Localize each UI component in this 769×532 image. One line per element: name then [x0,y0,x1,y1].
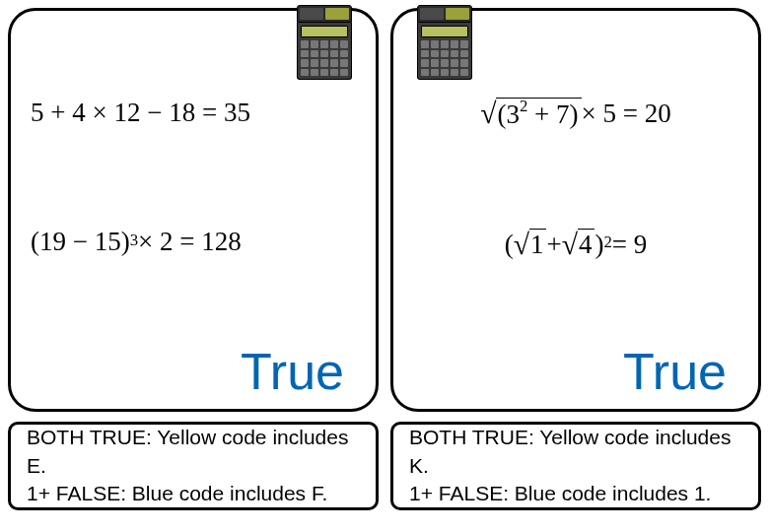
equation-base: (19 − 15) [31,227,130,257]
calculator-icon [417,5,472,80]
calculator-icon [297,5,352,80]
hint-line-1: BOTH TRUE: Yellow code includes K. [409,424,742,480]
hint-line-2: 1+ FALSE: Blue code includes F. [27,480,360,507]
hint-line-2: 1+ FALSE: Blue code includes 1. [409,480,742,507]
equation-1: 5 + 4 × 12 − 18 = 35 [31,98,356,128]
math-card-right: √ (32 + 7) × 5 = 20 ( √ 1 + √ 4 [390,8,761,412]
radical-icon: √ [514,231,529,262]
radicand: 1 [529,229,547,260]
hint-box-right: BOTH TRUE: Yellow code includes K. 1+ FA… [390,422,761,510]
cards-row: 5 + 4 × 12 − 18 = 35 (19 − 15)3 × 2 = 12… [8,8,761,412]
equation-exponent: 3 [130,231,138,250]
equation-tail: × 5 = 20 [582,99,671,129]
answer-label: True [31,346,356,397]
radicand: (32 + 7) [496,98,581,130]
sqrt-expression: √ 1 [514,229,547,260]
hints-row: BOTH TRUE: Yellow code includes E. 1+ FA… [8,422,761,510]
equation-text: 5 + 4 × 12 − 18 = 35 [31,98,250,128]
sqrt-expression: √ 4 [562,229,595,260]
radical-icon: √ [480,100,496,132]
sqrt-expression: √ (32 + 7) [480,98,581,130]
equation-1: √ (32 + 7) × 5 = 20 [413,98,738,130]
hint-line-1: BOTH TRUE: Yellow code includes E. [27,424,360,480]
answer-label: True [413,346,738,397]
radical-icon: √ [562,231,578,262]
equation-tail: × 2 = 128 [138,227,242,257]
equation-2: ( √ 1 + √ 4 )2 = 9 [413,229,738,260]
hint-box-left: BOTH TRUE: Yellow code includes E. 1+ FA… [8,422,379,510]
radicand: 4 [578,229,595,260]
equation-2: (19 − 15)3 × 2 = 128 [31,227,356,257]
math-card-left: 5 + 4 × 12 − 18 = 35 (19 − 15)3 × 2 = 12… [8,8,379,412]
